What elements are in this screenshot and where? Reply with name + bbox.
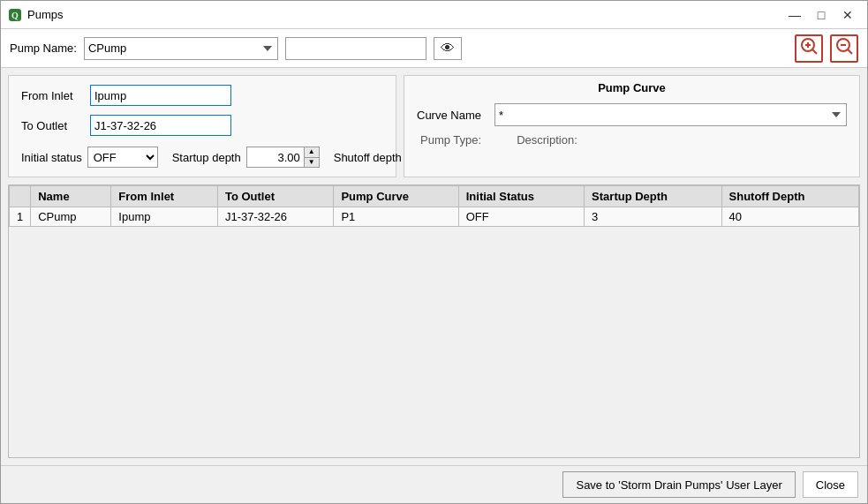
eye-icon: 👁 — [441, 41, 455, 56]
shutoff-depth-label: Shutoff depth — [334, 151, 402, 164]
footer: Save to 'Storm Drain Pumps' User Layer C… — [1, 465, 867, 503]
table-row[interactable]: 1 CPump Ipump J1-37-32-26 P1 OFF 3 40 — [10, 207, 859, 227]
main-window: Q Pumps — □ ✕ Pump Name: CPump 👁 — [0, 0, 868, 504]
col-header-startup-depth: Startup Depth — [585, 186, 721, 207]
curve-name-select[interactable]: * — [494, 103, 847, 126]
zoom-out-button[interactable] — [830, 34, 858, 63]
pump-name-label: Pump Name: — [10, 41, 77, 55]
close-button[interactable]: Close — [803, 471, 858, 498]
col-header-shutoff-depth: Shutoff Depth — [721, 186, 858, 207]
save-button[interactable]: Save to 'Storm Drain Pumps' User Layer — [562, 471, 795, 498]
table-header-row: Name From Inlet To Outlet Pump Curve Ini… — [10, 186, 859, 207]
col-header-name: Name — [31, 186, 111, 207]
main-content: From Inlet To Outlet Initial status OFF … — [1, 68, 867, 465]
col-header-num — [10, 186, 31, 207]
from-inlet-row: From Inlet — [21, 85, 383, 106]
col-header-from-inlet: From Inlet — [111, 186, 218, 207]
initial-status-select[interactable]: OFF ON — [87, 147, 158, 168]
row-shutoff-depth: 40 — [721, 207, 858, 227]
eye-button[interactable]: 👁 — [434, 37, 462, 60]
inline-controls: Initial status OFF ON Startup depth ▲ — [21, 147, 383, 168]
pump-name-select[interactable]: CPump — [84, 37, 278, 60]
pump-type-row: Pump Type: Description: — [417, 133, 847, 147]
startup-depth-input[interactable] — [246, 147, 304, 168]
from-inlet-input[interactable] — [90, 85, 231, 106]
to-outlet-input[interactable] — [90, 115, 231, 136]
pump-type-label: Pump Type: — [420, 133, 481, 147]
startup-depth-label: Startup depth — [172, 151, 241, 164]
to-outlet-label: To Outlet — [21, 119, 83, 132]
to-outlet-row: To Outlet — [21, 115, 383, 136]
pump-name-text-input[interactable] — [285, 37, 426, 60]
curve-name-label: Curve Name — [417, 109, 487, 122]
close-window-button[interactable]: ✕ — [835, 5, 860, 25]
svg-line-8 — [848, 49, 852, 54]
initial-status-group: Initial status OFF ON — [21, 147, 158, 168]
pumps-table: Name From Inlet To Outlet Pump Curve Ini… — [9, 185, 859, 227]
row-initial-status: OFF — [458, 207, 584, 227]
zoom-out-icon — [835, 37, 853, 59]
left-panel: From Inlet To Outlet Initial status OFF … — [8, 75, 396, 177]
title-bar: Q Pumps — □ ✕ — [1, 1, 867, 29]
zoom-in-button[interactable] — [795, 34, 823, 63]
table-scroll-area[interactable]: Name From Inlet To Outlet Pump Curve Ini… — [8, 184, 860, 458]
zoom-in-icon — [800, 37, 818, 59]
window-controls: — □ ✕ — [782, 5, 860, 25]
row-to-outlet: J1-37-32-26 — [217, 207, 334, 227]
row-num: 1 — [10, 207, 31, 227]
startup-depth-spinner: ▲ ▼ — [246, 147, 320, 168]
toolbar: Pump Name: CPump 👁 — [1, 29, 867, 68]
right-panel: Pump Curve Curve Name * Pump Type: Descr… — [404, 75, 860, 177]
row-from-inlet: Ipump — [111, 207, 218, 227]
from-inlet-label: From Inlet — [21, 89, 83, 102]
startup-depth-group: Startup depth ▲ ▼ — [172, 147, 320, 168]
col-header-initial-status: Initial Status — [458, 186, 584, 207]
app-icon: Q — [8, 8, 22, 22]
svg-line-5 — [812, 49, 817, 54]
initial-status-label: Initial status — [21, 151, 82, 164]
pump-curve-title: Pump Curve — [417, 81, 847, 94]
svg-text:Q: Q — [11, 11, 19, 20]
startup-depth-up-button[interactable]: ▲ — [305, 147, 319, 157]
window-title: Pumps — [27, 8, 777, 21]
curve-name-row: Curve Name * — [417, 103, 847, 126]
top-panel: From Inlet To Outlet Initial status OFF … — [8, 75, 860, 177]
maximize-button[interactable]: □ — [809, 5, 834, 25]
minimize-button[interactable]: — — [782, 5, 807, 25]
description-label: Description: — [517, 133, 577, 147]
col-header-to-outlet: To Outlet — [217, 186, 334, 207]
row-startup-depth: 3 — [585, 207, 721, 227]
row-name: CPump — [31, 207, 111, 227]
row-pump-curve: P1 — [334, 207, 458, 227]
startup-depth-spinner-btns: ▲ ▼ — [304, 147, 320, 168]
startup-depth-down-button[interactable]: ▼ — [305, 157, 319, 168]
col-header-pump-curve: Pump Curve — [334, 186, 458, 207]
